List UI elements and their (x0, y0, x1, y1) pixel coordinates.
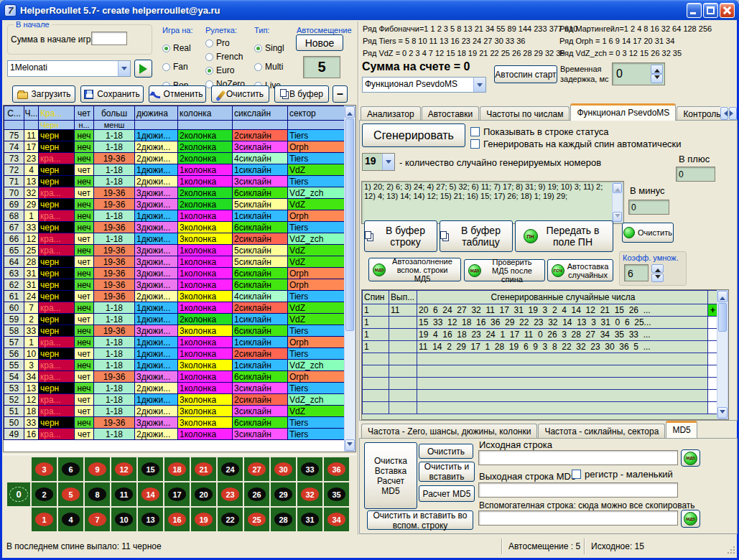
board-number-5[interactable]: 5 (58, 482, 83, 506)
history-row[interactable]: 6331черннеч19-363дюжи...1колонка6сиклайн… (4, 268, 345, 279)
delay-up-button[interactable] (651, 65, 663, 74)
history-row[interactable]: 4916кра...чет1-182дюжи...1колонка3сиклай… (4, 429, 345, 440)
md5-big-button[interactable]: Очистка Вставка Расчет MD5 (364, 442, 417, 509)
tab-MD5[interactable]: MD5 (666, 421, 697, 438)
history-row[interactable]: 724чернчет1-181дюжи...1колонка1сиклайнVd… (4, 164, 345, 176)
history-scroll-thumb[interactable] (345, 118, 354, 331)
history-row[interactable]: 5434кра...чет19-363дюжи...1колонка6сикла… (4, 371, 345, 383)
mode-combo[interactable]: Функционал PsevdoMS (362, 77, 486, 93)
clear-generated-button[interactable]: Очистить (622, 223, 674, 243)
history-row[interactable]: 5118кра...чет1-182дюжи...3колонка3сиклай… (4, 406, 345, 417)
count-combo[interactable]: 19 (362, 153, 395, 171)
radio-circle-icon[interactable] (205, 67, 213, 75)
minimize-button[interactable] (687, 3, 702, 18)
save-button[interactable]: Сохранить (80, 85, 144, 103)
radio-Singl[interactable]: Singl (254, 43, 293, 53)
history-row[interactable]: 5833черннеч19-363дюжи...3колонка6сиклайн… (4, 325, 345, 337)
board-number-7[interactable]: 7 (85, 508, 110, 531)
scroll-up-icon[interactable] (613, 183, 622, 193)
board-number-8[interactable]: 8 (85, 482, 110, 506)
history-row[interactable]: 607кра...неч1-181дюжи...1колонка2сиклайн… (4, 302, 345, 314)
preset-combo-arrow[interactable] (118, 61, 130, 76)
md5-clear-button[interactable]: Очистить (419, 444, 473, 459)
tab-Частоты по числам[interactable]: Частоты по числам (480, 106, 570, 121)
tab-Контроль банкрол[interactable]: Контроль банкрол (677, 106, 720, 121)
board-number-24[interactable]: 24 (218, 457, 243, 481)
board-number-25[interactable]: 25 (244, 508, 269, 531)
spins-row[interactable] (363, 378, 718, 390)
md5-clear-paste-button[interactable]: Очистить и вставить (419, 462, 475, 482)
history-row[interactable]: 7323кра...неч19-362дюжи...2колонка4сикла… (4, 153, 345, 164)
spins-scrollbar[interactable] (717, 290, 728, 419)
checkbox-icon[interactable] (572, 470, 581, 479)
check-md5-button[interactable]: МД5 Проверить МД5 после спина (464, 259, 545, 281)
md5-out-input[interactable] (478, 482, 678, 498)
scroll-down-icon[interactable] (717, 407, 728, 419)
spins-row[interactable]: 119 4 16 18 23 24 1 17 11 0 26 3 28 27 3… (363, 329, 718, 341)
resize-grip[interactable] (727, 546, 735, 554)
board-number-23[interactable]: 23 (218, 482, 243, 506)
spins-row[interactable]: 11120 6 24 27 32 11 17 31 19 3 2 4 14 12… (363, 304, 718, 317)
radio-circle-icon[interactable] (254, 63, 262, 71)
board-number-3[interactable]: 3 (32, 457, 57, 481)
checkbox-show-status[interactable]: Показывать в строке статуса (470, 126, 609, 137)
tabs-scroll-right-button[interactable] (729, 107, 737, 120)
radio-French[interactable]: French (205, 52, 253, 62)
history-row[interactable]: 6124чернчет19-362дюжи...3колонка4сиклайн… (4, 291, 345, 302)
board-number-33[interactable]: 33 (297, 457, 322, 481)
start-sum-input[interactable] (91, 32, 127, 45)
board-number-18[interactable]: 18 (164, 457, 190, 481)
radio-circle-icon[interactable] (162, 45, 170, 52)
scroll-down-icon[interactable] (345, 439, 355, 451)
md5-aux-calc-button[interactable]: МД5 (681, 510, 700, 528)
history-row[interactable]: 7417черннеч1-182дюжи...2колонка3сиклайнO… (4, 141, 345, 153)
history-row[interactable]: 6231черннеч19-363дюжи...1колонка6сиклайн… (4, 279, 345, 291)
buffer-table-button[interactable]: В буфер таблицу (440, 220, 513, 252)
board-number-35[interactable]: 35 (324, 482, 349, 506)
history-row[interactable]: 6733черннеч19-363дюжи...3колонка6сиклайн… (4, 222, 345, 233)
board-number-11[interactable]: 11 (111, 482, 136, 506)
history-row[interactable]: 7032кра...чет19-363дюжи...2колонка6сикла… (4, 187, 345, 199)
autospin-button[interactable]: Автоспин старт (494, 65, 557, 83)
board-number-22[interactable]: 22 (218, 508, 243, 531)
history-row[interactable]: 6929черннеч19-363дюжи...2колонка5сиклайн… (4, 199, 345, 210)
tab-Автоставки[interactable]: Автоставки (422, 106, 480, 121)
board-number-34[interactable]: 34 (324, 508, 349, 531)
board-number-15[interactable]: 15 (138, 457, 163, 481)
spins-row[interactable]: 111 14 2 29 17 1 28 19 6 9 3 8 22 32 23 … (363, 341, 718, 353)
history-row[interactable]: 7113черннеч1-182дюжи...1колонка3сиклайнT… (4, 176, 345, 187)
tab-Частота - Zero, шансы, дюжины, колонки[interactable]: Частота - Zero, шансы, дюжины, колонки (361, 424, 537, 438)
history-row[interactable]: 6428чернчет19-363дюжи...1колонка5сиклайн… (4, 256, 345, 268)
history-row[interactable]: 7511черннеч1-181дюжи...2колонка2сиклайнT… (4, 130, 345, 141)
to-buffer-button[interactable]: В буфер (274, 85, 329, 103)
board-number-20[interactable]: 20 (191, 482, 216, 506)
delay-spinner[interactable]: 0 (612, 62, 665, 85)
autoshift-new-button[interactable]: Новое (296, 34, 343, 51)
board-number-17[interactable]: 17 (164, 482, 190, 506)
history-row[interactable]: 553кра...неч1-181дюжи...3колонка1сиклайн… (4, 360, 345, 371)
radio-Euro[interactable]: Euro (205, 65, 253, 75)
tab-Анализатор[interactable]: Анализатор (361, 106, 421, 121)
maximize-button[interactable] (703, 3, 718, 18)
board-number-30[interactable]: 30 (271, 457, 296, 481)
spins-row[interactable] (363, 390, 718, 402)
board-number-19[interactable]: 19 (191, 508, 216, 531)
history-row[interactable]: 681кра...неч1-181дюжи...1колонка1сиклайн… (4, 210, 345, 222)
generated-numbers-list[interactable]: 1) 20; 2) 6; 3) 24; 4) 27; 5) 32; 6) 11;… (361, 181, 624, 224)
md5-source-calc-button[interactable]: МД5 (681, 449, 700, 467)
history-row[interactable]: 6525кра...неч19-363дюжи...1колонка5сикла… (4, 245, 345, 256)
md5-case-checkbox[interactable]: регистр - маленький (572, 469, 673, 480)
board-number-4[interactable]: 4 (58, 508, 83, 531)
radio-circle-icon[interactable] (254, 45, 262, 52)
count-combo-arrow[interactable] (382, 154, 394, 170)
board-number-1[interactable]: 1 (32, 508, 57, 531)
history-scrollbar[interactable] (344, 106, 355, 452)
coeff-down-button[interactable] (651, 274, 664, 282)
coeff-up-button[interactable] (651, 264, 664, 273)
load-button[interactable]: Загрузить (12, 85, 75, 103)
radio-Pro[interactable]: Pro (205, 38, 253, 48)
radio-circle-icon[interactable] (162, 63, 170, 71)
spins-row[interactable]: 115 33 12 18 16 36 29 22 23 32 14 13 3 3… (363, 317, 718, 329)
generate-button[interactable]: Сгенерировать (362, 123, 465, 147)
radio-circle-icon[interactable] (205, 53, 213, 61)
